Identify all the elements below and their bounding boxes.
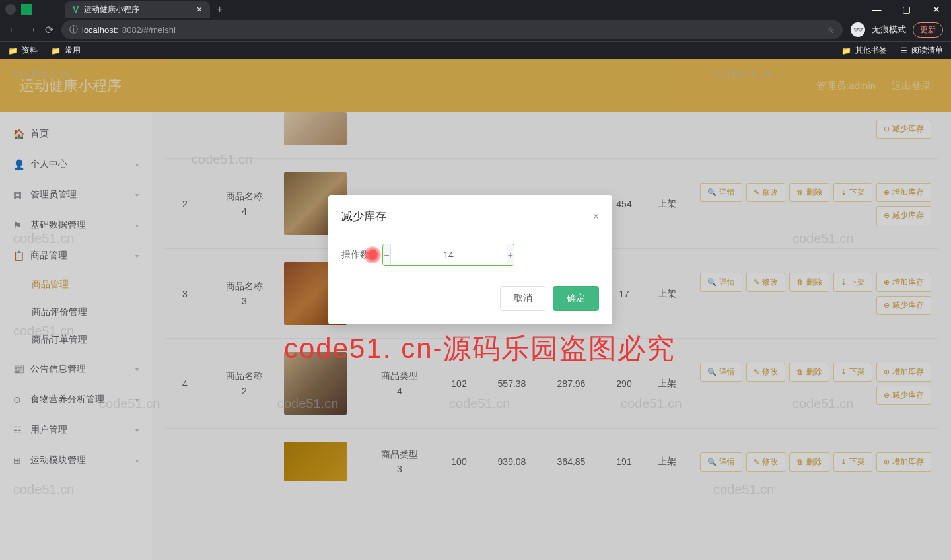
decrease-button[interactable]: − bbox=[383, 244, 390, 265]
confirm-button[interactable]: 确定 bbox=[553, 286, 599, 311]
update-button[interactable]: 更新 bbox=[913, 22, 943, 38]
bookmark-1[interactable]: 📁资料 bbox=[8, 45, 38, 56]
tab-bar: V 运动健康小程序 × + — ▢ ✕ bbox=[0, 0, 951, 18]
cursor-indicator bbox=[364, 246, 381, 263]
quantity-stepper: − + bbox=[382, 244, 514, 266]
other-bookmarks[interactable]: 📁其他书签 bbox=[841, 45, 887, 56]
folder-icon: 📁 bbox=[841, 46, 851, 55]
vue-icon: V bbox=[73, 4, 79, 15]
browser-chrome: V 运动健康小程序 × + — ▢ ✕ ← → ⟳ ⓘ localhost:80… bbox=[0, 0, 951, 59]
tab-icon-2[interactable] bbox=[21, 4, 32, 15]
tab-icon-1[interactable] bbox=[5, 4, 16, 15]
dialog-title: 减少库存 bbox=[341, 209, 386, 224]
close-window-button[interactable]: ✕ bbox=[921, 4, 951, 15]
incognito-label: 无痕模式 bbox=[872, 24, 906, 36]
folder-icon: 📁 bbox=[51, 46, 61, 55]
tab-title: 运动健康小程序 bbox=[84, 4, 139, 15]
app-root: 运动健康小程序 管理员:admin 退出登录 🏠首页 👤个人中心▾ ▦管理员管理… bbox=[0, 59, 951, 560]
back-button[interactable]: ← bbox=[8, 24, 18, 36]
star-icon[interactable]: ☆ bbox=[827, 25, 835, 35]
window-controls: — ▢ ✕ bbox=[862, 4, 951, 15]
bookmark-bar: 📁资料 📁常用 📁其他书签 ☰阅读清单 bbox=[0, 41, 951, 59]
minimize-button[interactable]: — bbox=[862, 4, 892, 15]
bookmark-2[interactable]: 📁常用 bbox=[51, 45, 81, 56]
reading-list[interactable]: ☰阅读清单 bbox=[900, 45, 943, 56]
dialog-close-button[interactable]: × bbox=[593, 211, 599, 223]
increase-button[interactable]: + bbox=[507, 244, 514, 265]
new-tab-button[interactable]: + bbox=[210, 3, 229, 15]
info-icon: ⓘ bbox=[69, 24, 78, 36]
quantity-label: 操作数量 bbox=[341, 249, 378, 261]
incognito-icon: 👓 bbox=[851, 22, 865, 37]
url-host: localhost: bbox=[82, 25, 118, 35]
quantity-input[interactable] bbox=[390, 244, 507, 265]
url-path: 8082/#/meishi bbox=[122, 25, 176, 35]
cancel-button[interactable]: 取消 bbox=[500, 286, 546, 311]
tab-close-icon[interactable]: × bbox=[197, 4, 202, 15]
reload-button[interactable]: ⟳ bbox=[45, 24, 53, 36]
url-input[interactable]: ⓘ localhost:8082/#/meishi ☆ bbox=[61, 20, 843, 39]
browser-tab[interactable]: V 运动健康小程序 × bbox=[65, 1, 210, 18]
folder-icon: 📁 bbox=[8, 46, 18, 55]
address-bar: ← → ⟳ ⓘ localhost:8082/#/meishi ☆ 👓 无痕模式… bbox=[0, 18, 951, 41]
maximize-button[interactable]: ▢ bbox=[892, 4, 921, 15]
reduce-stock-dialog: 减少库存 × 操作数量 − + 取消 确定 bbox=[328, 195, 612, 324]
forward-button[interactable]: → bbox=[26, 24, 37, 36]
list-icon: ☰ bbox=[900, 46, 907, 55]
